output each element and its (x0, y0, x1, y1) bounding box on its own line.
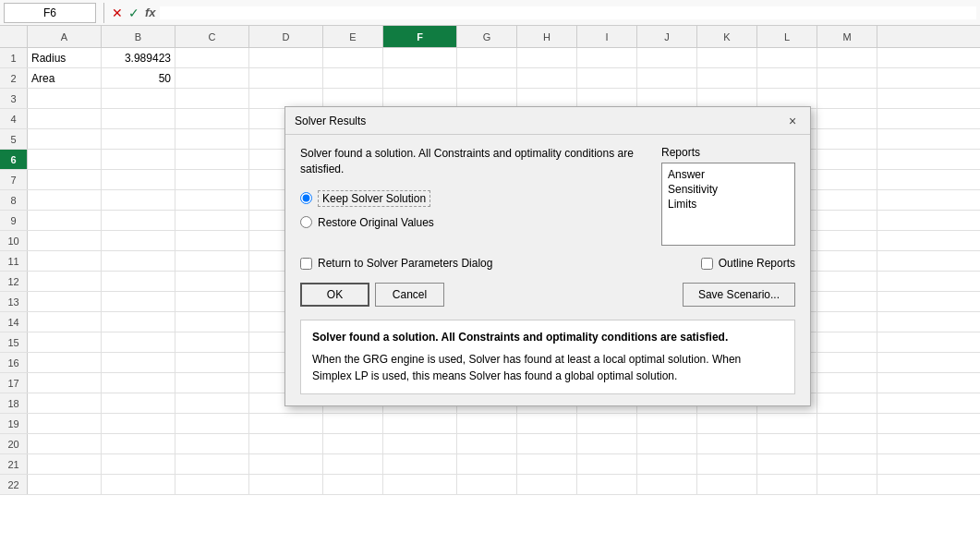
dialog-title: Solver Results (295, 115, 366, 127)
col-header-j[interactable]: J (637, 26, 697, 47)
col-header-b[interactable]: B (102, 26, 175, 47)
row-num-12: 12 (0, 272, 28, 291)
function-icon[interactable]: fx (145, 6, 156, 19)
cell-a4[interactable] (28, 109, 102, 128)
cell-h2[interactable] (517, 68, 577, 88)
report-item-sensitivity[interactable]: Sensitivity (666, 182, 791, 197)
table-row: 22 (0, 475, 980, 495)
keep-solver-option[interactable]: Keep Solver Solution (300, 190, 650, 207)
cell-j2[interactable] (637, 68, 697, 88)
formula-bar: F6 ✕ ✓ fx (0, 0, 980, 26)
col-header-g[interactable]: G (457, 26, 517, 47)
cell-i2[interactable] (577, 68, 637, 88)
buttons-row: OK Cancel Save Scenario... (300, 283, 795, 307)
cell-m6[interactable] (817, 150, 877, 169)
cell-k3[interactable] (697, 89, 757, 108)
cell-c4[interactable] (175, 109, 249, 128)
restore-original-radio[interactable] (300, 216, 312, 228)
cell-k1[interactable] (697, 48, 757, 67)
cell-l2[interactable] (757, 68, 817, 88)
cell-h3[interactable] (517, 89, 577, 108)
cell-b1[interactable]: 3.989423 (102, 48, 175, 67)
info-text: When the GRG engine is used, Solver has … (312, 351, 783, 384)
cell-m1[interactable] (817, 48, 877, 67)
cell-b3[interactable] (102, 89, 175, 108)
cell-e1[interactable] (323, 48, 383, 67)
name-box[interactable]: F6 (4, 3, 96, 23)
col-header-d[interactable]: D (249, 26, 323, 47)
restore-original-option[interactable]: Restore Original Values (300, 216, 650, 229)
cell-a3[interactable] (28, 89, 102, 108)
cell-f1[interactable] (383, 48, 457, 67)
cell-h1[interactable] (517, 48, 577, 67)
cell-b4[interactable] (102, 109, 175, 128)
report-item-answer[interactable]: Answer (666, 167, 791, 182)
cell-g2[interactable] (457, 68, 517, 88)
row-num-9: 9 (0, 211, 28, 230)
row-num-4: 4 (0, 109, 28, 128)
cell-m3[interactable] (817, 89, 877, 108)
col-header-c[interactable]: C (175, 26, 249, 47)
outline-reports-option[interactable]: Outline Reports (701, 257, 795, 270)
cancel-button[interactable]: Cancel (375, 283, 444, 307)
cell-b6[interactable] (102, 150, 175, 169)
solver-results-dialog: Solver Results × Solver found a solution… (284, 106, 811, 406)
cell-i3[interactable] (577, 89, 637, 108)
keep-solver-label: Keep Solver Solution (318, 190, 430, 207)
cell-d2[interactable] (249, 68, 323, 88)
save-scenario-button[interactable]: Save Scenario... (683, 283, 795, 307)
cell-f2[interactable] (383, 68, 457, 88)
cell-c6[interactable] (175, 150, 249, 169)
reports-label: Reports (661, 146, 795, 159)
formula-input[interactable] (160, 6, 976, 19)
cell-a6[interactable] (28, 150, 102, 169)
cell-d3[interactable] (249, 89, 323, 108)
return-to-solver-checkbox[interactable] (300, 258, 312, 270)
cell-l3[interactable] (757, 89, 817, 108)
cell-a1[interactable]: Radius (28, 48, 102, 67)
table-row: 19 (0, 414, 980, 434)
cell-a2[interactable]: Area (28, 68, 102, 88)
reports-listbox[interactable]: Answer Sensitivity Limits (661, 163, 795, 246)
col-header-l[interactable]: L (757, 26, 817, 47)
cell-a5[interactable] (28, 129, 102, 149)
outline-reports-checkbox[interactable] (701, 258, 713, 270)
cell-c2[interactable] (175, 68, 249, 88)
confirm-icon[interactable]: ✓ (128, 6, 139, 20)
cell-g1[interactable] (457, 48, 517, 67)
col-header-k[interactable]: K (697, 26, 757, 47)
cell-d1[interactable] (249, 48, 323, 67)
cell-m4[interactable] (817, 109, 877, 128)
keep-solver-radio[interactable] (300, 192, 312, 204)
cell-e2[interactable] (323, 68, 383, 88)
cell-m5[interactable] (817, 129, 877, 149)
col-header-f[interactable]: F (383, 26, 457, 47)
cell-c5[interactable] (175, 129, 249, 149)
col-header-i[interactable]: I (577, 26, 637, 47)
report-item-limits[interactable]: Limits (666, 197, 791, 212)
dialog-close-button[interactable]: × (784, 113, 801, 129)
cancel-icon[interactable]: ✕ (112, 6, 123, 20)
cell-m2[interactable] (817, 68, 877, 88)
cell-i1[interactable] (577, 48, 637, 67)
cell-k2[interactable] (697, 68, 757, 88)
info-box: Solver found a solution. All Constraints… (300, 320, 795, 394)
dialog-titlebar: Solver Results × (285, 107, 810, 135)
col-header-m[interactable]: M (817, 26, 877, 47)
cell-b2[interactable]: 50 (102, 68, 175, 88)
cell-e3[interactable] (323, 89, 383, 108)
col-header-e[interactable]: E (323, 26, 383, 47)
col-header-a[interactable]: A (28, 26, 102, 47)
cell-g3[interactable] (457, 89, 517, 108)
return-to-solver-option[interactable]: Return to Solver Parameters Dialog (300, 257, 492, 270)
cell-c1[interactable] (175, 48, 249, 67)
cell-l1[interactable] (757, 48, 817, 67)
cell-f3[interactable] (383, 89, 457, 108)
cell-b5[interactable] (102, 129, 175, 149)
cell-j3[interactable] (637, 89, 697, 108)
cell-j1[interactable] (637, 48, 697, 67)
col-header-h[interactable]: H (517, 26, 577, 47)
spreadsheet: F6 ✕ ✓ fx A B C D E F G H I J K L M 1 Ra… (0, 0, 980, 556)
cell-c3[interactable] (175, 89, 249, 108)
ok-button[interactable]: OK (300, 283, 369, 307)
